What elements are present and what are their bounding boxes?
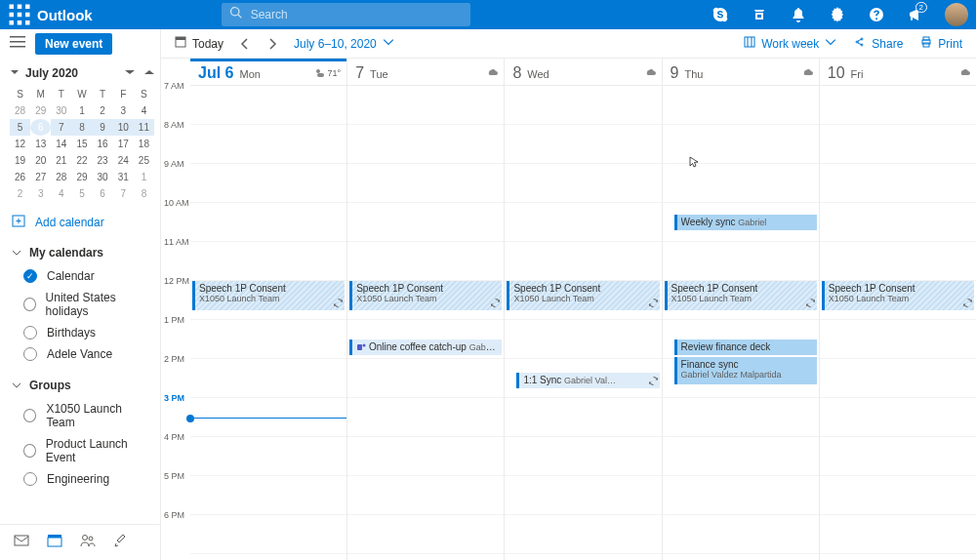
help-icon[interactable] <box>863 0 890 29</box>
mini-cal-day[interactable]: 28 <box>51 169 71 185</box>
mini-cal-day[interactable]: 5 <box>71 185 92 202</box>
sidebar-section-header[interactable]: My calendars <box>0 240 160 265</box>
mini-cal-day[interactable]: 2 <box>93 102 113 119</box>
mini-cal-day[interactable]: 19 <box>10 152 30 169</box>
mini-cal-day[interactable]: 30 <box>93 169 113 185</box>
sidebar-section-header[interactable]: Groups <box>0 373 160 398</box>
share-button[interactable]: Share <box>854 36 903 51</box>
avatar[interactable] <box>945 3 968 26</box>
mini-cal-day[interactable]: 28 <box>10 102 30 119</box>
bell-icon[interactable] <box>785 0 812 29</box>
weather-icon[interactable] <box>958 64 970 76</box>
prev-week-button[interactable] <box>239 38 251 50</box>
mini-cal-day[interactable]: 26 <box>10 169 30 185</box>
calendar-toggle[interactable] <box>23 444 36 458</box>
mini-cal-day[interactable]: 8 <box>71 119 92 136</box>
mini-cal-day[interactable]: 29 <box>71 169 92 185</box>
mini-cal-day[interactable]: 23 <box>93 152 113 169</box>
search-box[interactable] <box>222 3 470 26</box>
chevron-down-icon[interactable] <box>10 66 20 80</box>
mini-cal-day[interactable]: 3 <box>113 102 134 119</box>
calendar-event[interactable]: Speech 1P ConsentX1050 Launch Team <box>665 281 817 310</box>
mini-cal-day[interactable]: 6 <box>93 185 113 202</box>
mini-cal-day[interactable]: 16 <box>93 136 113 152</box>
view-selector[interactable]: Work week <box>744 36 836 51</box>
mini-cal-day[interactable]: 10 <box>113 119 134 136</box>
mini-cal-day[interactable]: 20 <box>30 152 51 169</box>
calendar-event[interactable]: Online coffee catch-up Gabriel Valdez Ma… <box>349 340 502 355</box>
weather-icon[interactable]: 71° <box>314 67 342 79</box>
skype-icon[interactable] <box>707 0 734 29</box>
mini-cal-prev[interactable] <box>125 66 135 80</box>
day-column[interactable]: 9ThuSpeech 1P ConsentX1050 Launch TeamWe… <box>662 59 819 560</box>
calendar-list-item[interactable]: Engineering <box>0 468 160 490</box>
mini-cal-day[interactable]: 31 <box>113 169 134 185</box>
calendar-list-item[interactable]: Adele Vance <box>0 343 160 365</box>
mini-cal-day[interactable]: 27 <box>30 169 51 185</box>
calendar-event[interactable]: Speech 1P ConsentX1050 Launch Team <box>349 281 502 310</box>
mini-cal-day[interactable]: 29 <box>30 102 51 119</box>
calendar-list-item[interactable]: X1050 Launch Team <box>0 398 160 433</box>
files-icon[interactable] <box>113 533 129 552</box>
mini-cal-day[interactable]: 6 <box>30 119 51 136</box>
mini-cal-day[interactable]: 4 <box>51 185 71 202</box>
mini-cal-day[interactable]: 24 <box>113 152 134 169</box>
calendar-toggle[interactable] <box>23 347 37 361</box>
mini-cal-day[interactable]: 11 <box>134 119 154 136</box>
mini-cal-day[interactable]: 14 <box>51 136 71 152</box>
mini-cal-day[interactable]: 13 <box>30 136 51 152</box>
calendar-toggle[interactable] <box>23 269 37 283</box>
add-calendar-link[interactable]: Add calendar <box>0 208 160 236</box>
calendar-toggle[interactable] <box>23 409 36 422</box>
new-event-button[interactable]: New event <box>35 33 112 55</box>
mini-cal-day[interactable]: 7 <box>113 185 134 202</box>
mini-cal-day[interactable]: 25 <box>134 152 154 169</box>
calendar-toggle[interactable] <box>23 298 36 311</box>
publish-icon[interactable] <box>746 0 773 29</box>
weather-icon[interactable] <box>486 64 498 76</box>
mini-cal-day[interactable]: 18 <box>134 136 154 152</box>
hamburger-icon[interactable] <box>10 34 25 54</box>
mini-cal-day[interactable]: 22 <box>71 152 92 169</box>
print-button[interactable]: Print <box>920 36 962 51</box>
mini-cal-day[interactable]: 3 <box>30 185 51 202</box>
mini-cal-day[interactable]: 8 <box>134 185 154 202</box>
mini-cal-day[interactable]: 4 <box>134 102 154 119</box>
today-button[interactable]: Today <box>175 36 224 51</box>
mini-cal-day[interactable]: 21 <box>51 152 71 169</box>
calendar-event[interactable]: Finance syncGabriel Valdez Malpartida <box>674 357 817 384</box>
mini-cal-day[interactable]: 12 <box>10 136 30 152</box>
calendar-event[interactable]: Speech 1P ConsentX1050 Launch Team <box>192 281 345 310</box>
calendar-list-item[interactable]: Product Launch Event <box>0 433 160 468</box>
day-column[interactable]: 7TueSpeech 1P ConsentX1050 Launch Team O… <box>346 59 504 560</box>
mini-cal-day[interactable]: 1 <box>134 169 154 185</box>
weather-icon[interactable] <box>801 64 813 76</box>
calendar-list-item[interactable]: Birthdays <box>0 322 160 343</box>
mini-cal-day[interactable]: 9 <box>93 119 113 136</box>
calendar-event[interactable]: Review finance deck <box>674 340 817 355</box>
calendar-toggle[interactable] <box>23 326 37 340</box>
calendar-event[interactable]: Speech 1P ConsentX1050 Launch Team <box>822 281 974 310</box>
mini-cal-day[interactable]: 17 <box>113 136 134 152</box>
mini-cal-next[interactable] <box>144 66 154 80</box>
mini-cal-day[interactable]: 5 <box>10 119 30 136</box>
date-range-picker[interactable]: July 6–10, 2020 <box>294 36 394 51</box>
mini-cal-day[interactable]: 15 <box>71 136 92 152</box>
mini-cal-day[interactable]: 30 <box>51 102 71 119</box>
day-column[interactable]: Jul 6Mon71°Speech 1P ConsentX1050 Launch… <box>190 59 346 560</box>
app-launcher-icon[interactable] <box>8 3 31 26</box>
megaphone-icon[interactable]: 2 <box>902 0 929 29</box>
calendar-event[interactable]: 1:1 Sync Gabriel Val… <box>516 373 659 388</box>
day-column[interactable]: 8WedSpeech 1P ConsentX1050 Launch Team1:… <box>504 59 661 560</box>
mini-cal-day[interactable]: 2 <box>10 185 30 202</box>
mini-cal-day[interactable]: 7 <box>51 119 71 136</box>
day-column[interactable]: 10FriSpeech 1P ConsentX1050 Launch Team <box>819 59 976 560</box>
gear-icon[interactable] <box>824 0 851 29</box>
mini-cal-day[interactable]: 1 <box>71 102 92 119</box>
mail-icon[interactable] <box>14 533 29 552</box>
calendar-event[interactable]: Weekly sync Gabriel <box>674 215 817 230</box>
calendar-icon[interactable] <box>47 533 62 552</box>
calendar-toggle[interactable] <box>23 472 37 486</box>
search-input[interactable] <box>251 8 463 21</box>
calendar-list-item[interactable]: Calendar <box>0 265 160 287</box>
